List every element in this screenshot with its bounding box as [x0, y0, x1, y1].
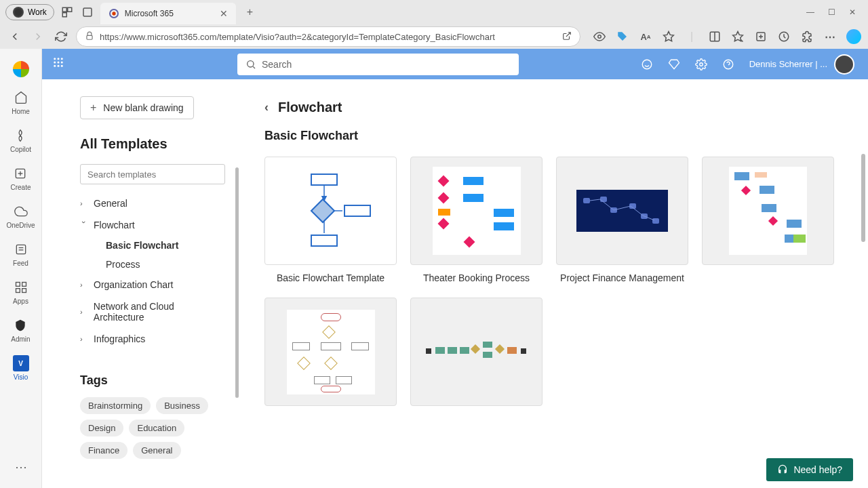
tag-finance[interactable]: Finance	[80, 442, 127, 459]
svg-point-39	[699, 62, 703, 66]
close-tab-icon[interactable]: ✕	[220, 8, 228, 19]
rail-create[interactable]: Create	[10, 165, 31, 191]
tree-flowchart-label: Flowchart	[94, 220, 135, 230]
rail-admin[interactable]: Admin	[11, 317, 30, 343]
tree-general[interactable]: › General	[80, 192, 225, 214]
template-card-5[interactable]	[264, 298, 397, 406]
address-bar: https://www.microsoft365.com/template/Vi…	[0, 24, 868, 49]
template-grid: Basic Flowchart Template	[264, 157, 841, 406]
tab-actions-icon[interactable]	[80, 5, 95, 20]
tag-general[interactable]: General	[133, 442, 180, 459]
favorite-icon[interactable]	[662, 30, 675, 43]
price-tag-icon[interactable]	[616, 30, 629, 43]
need-help-button[interactable]: Need help?	[766, 458, 853, 481]
svg-rect-26	[22, 289, 26, 293]
workspaces-icon[interactable]	[60, 5, 75, 20]
svg-rect-25	[16, 289, 20, 293]
feedback-icon[interactable]	[641, 58, 653, 70]
tag-business[interactable]: Business	[156, 397, 208, 414]
browser-tab[interactable]: Microsoft 365 ✕	[100, 3, 236, 24]
history-icon[interactable]	[777, 30, 791, 43]
help-icon[interactable]	[722, 58, 734, 70]
svg-point-30	[54, 62, 56, 64]
app-area: Home Copilot Create OneDrive Feed Apps A…	[0, 49, 868, 488]
back-button[interactable]	[7, 28, 23, 45]
refresh-button[interactable]	[53, 28, 69, 45]
rail-onedrive-label: OneDrive	[6, 222, 35, 229]
breadcrumb: ‹ Flowchart	[264, 100, 841, 115]
tag-education[interactable]: Education	[129, 420, 184, 436]
search-templates-input[interactable]	[80, 164, 225, 184]
new-tab-button[interactable]: +	[241, 6, 258, 18]
tree-basic-flowchart[interactable]: Basic Flowchart	[80, 236, 225, 255]
template-card-4[interactable]	[702, 157, 834, 284]
content-scrollbar[interactable]	[861, 154, 865, 242]
collections-icon[interactable]	[754, 30, 768, 43]
search-icon	[245, 59, 256, 70]
tree-infographics-label: Infographics	[94, 333, 145, 344]
tag-brainstorming[interactable]: Brainstorming	[80, 397, 151, 414]
rail-create-label: Create	[10, 184, 31, 191]
close-window-button[interactable]: ✕	[849, 7, 856, 17]
app-launcher-icon[interactable]	[52, 56, 64, 72]
rail-apps[interactable]: Apps	[13, 279, 29, 305]
rail-more-icon[interactable]: ⋯	[15, 460, 27, 474]
new-blank-button[interactable]: + New blank drawing	[80, 96, 194, 119]
apps-icon	[13, 279, 29, 296]
tags-list: Brainstorming Business Design Education …	[80, 397, 225, 459]
forward-button	[30, 28, 46, 45]
extensions-icon[interactable]	[800, 30, 814, 43]
work-profile-badge[interactable]: Work	[5, 4, 54, 20]
rail-copilot[interactable]: Copilot	[10, 127, 31, 153]
address-actions: AA | ⋯	[593, 29, 861, 44]
url-box[interactable]: https://www.microsoft365.com/template/Vi…	[76, 26, 580, 47]
rail-home[interactable]: Home	[12, 89, 30, 115]
search-box[interactable]: Search	[237, 54, 519, 75]
browser-tab-bar: Work Microsoft 365 ✕ + — ☐ ✕	[0, 0, 868, 24]
tab-title: Microsoft 365	[125, 9, 174, 18]
svg-rect-0	[62, 7, 66, 12]
template-card-finance[interactable]: Project Finance Management	[556, 157, 688, 284]
rail-logo[interactable]	[13, 61, 29, 77]
rail-visio[interactable]: V Visio	[13, 355, 29, 381]
template-tree: › General › Flowchart Basic Flowchart Pr…	[80, 192, 225, 350]
template-card-6[interactable]	[410, 298, 542, 406]
template-thumb	[264, 157, 397, 265]
chevron-right-icon: ›	[80, 281, 88, 289]
ms365-logo-icon	[13, 61, 29, 77]
eye-icon[interactable]	[593, 30, 606, 43]
copilot-icon[interactable]	[846, 29, 861, 44]
tree-infographics[interactable]: › Infographics	[80, 328, 225, 350]
tag-design[interactable]: Design	[80, 420, 123, 436]
template-card-theater[interactable]: Theater Booking Process	[410, 157, 542, 284]
work-label: Work	[28, 7, 47, 17]
minimize-button[interactable]: —	[806, 7, 814, 17]
home-icon	[13, 89, 29, 106]
svg-point-36	[248, 60, 254, 66]
svg-point-27	[54, 58, 56, 60]
svg-point-40	[724, 60, 733, 69]
back-chevron-icon[interactable]: ‹	[264, 100, 269, 115]
tree-org-label: Organization Chart	[94, 279, 174, 290]
rail-feed-label: Feed	[13, 260, 28, 267]
user-info[interactable]: Dennis Scherrer | ...	[749, 54, 854, 75]
diamond-icon[interactable]	[668, 58, 680, 70]
settings-icon[interactable]	[695, 58, 707, 70]
split-screen-icon[interactable]	[708, 30, 722, 43]
tree-general-label: General	[94, 198, 127, 209]
chevron-right-icon: ›	[80, 308, 88, 316]
template-card-basic[interactable]: Basic Flowchart Template	[264, 157, 397, 284]
svg-point-33	[54, 65, 56, 67]
tree-flowchart[interactable]: › Flowchart	[80, 214, 225, 236]
tree-process[interactable]: Process	[80, 255, 225, 274]
tree-org-chart[interactable]: › Organization Chart	[80, 274, 225, 296]
text-size-icon[interactable]: AA	[639, 30, 652, 43]
open-external-icon[interactable]	[562, 31, 572, 43]
favorites-icon[interactable]	[731, 30, 745, 43]
svg-rect-24	[22, 283, 26, 287]
more-icon[interactable]: ⋯	[823, 30, 837, 43]
rail-feed[interactable]: Feed	[13, 241, 29, 267]
rail-onedrive[interactable]: OneDrive	[6, 203, 35, 229]
tree-network[interactable]: › Network and Cloud Architecture	[80, 296, 225, 328]
maximize-button[interactable]: ☐	[828, 7, 835, 17]
